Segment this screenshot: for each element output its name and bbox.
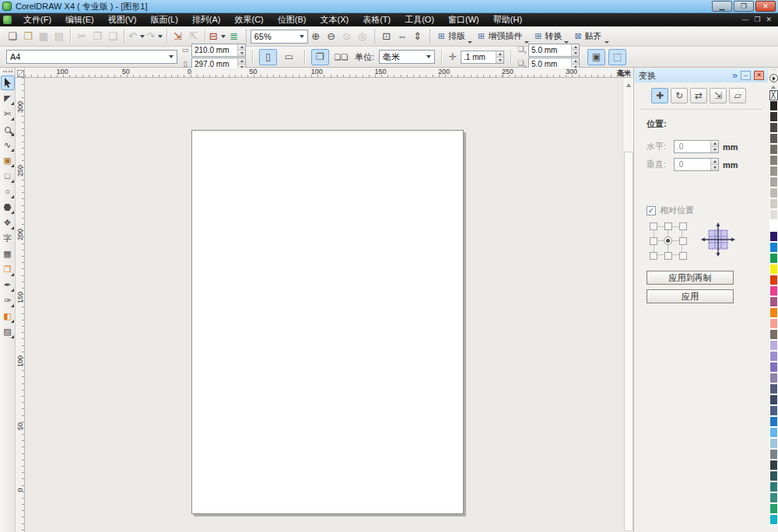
- anchor-checkbox[interactable]: [664, 222, 672, 230]
- zoom-tool[interactable]: [1, 122, 15, 137]
- color-swatch[interactable]: [769, 187, 778, 198]
- basic-shapes-tool[interactable]: ❖: [1, 215, 15, 230]
- landscape-button[interactable]: ▭: [280, 49, 298, 65]
- color-swatch[interactable]: [769, 100, 778, 111]
- fill-tool[interactable]: ◧: [1, 309, 15, 324]
- polygon-tool[interactable]: [1, 200, 15, 215]
- menubar-item[interactable]: 帮助(H): [486, 13, 529, 26]
- zoom-level-combo[interactable]: 65%: [251, 30, 308, 44]
- menubar-item[interactable]: 效果(C): [228, 13, 271, 26]
- cut-button[interactable]: ✂: [74, 29, 89, 44]
- units-combo[interactable]: 毫米: [379, 50, 435, 64]
- color-swatch[interactable]: [769, 209, 778, 220]
- eyedropper-tool[interactable]: ✒: [1, 278, 15, 292]
- color-swatch[interactable]: [769, 405, 778, 416]
- menubar-item[interactable]: 版面(L): [143, 13, 184, 26]
- palette-scroll-up-button[interactable]: [769, 84, 778, 90]
- color-swatch[interactable]: [769, 514, 778, 525]
- all-pages-button[interactable]: ❐: [311, 49, 329, 65]
- redo-button[interactable]: ↷: [145, 29, 163, 44]
- snap-button-flyout[interactable]: [605, 41, 609, 44]
- zoom-width-button[interactable]: ⇔: [394, 29, 410, 44]
- color-swatch[interactable]: [769, 481, 778, 492]
- outline-tool[interactable]: ✑: [1, 293, 15, 308]
- color-swatch[interactable]: [769, 307, 778, 318]
- smart-fill-tool[interactable]: ▣: [1, 153, 15, 168]
- color-swatch[interactable]: [769, 438, 778, 449]
- zoom-in-button[interactable]: ⊕: [308, 29, 324, 44]
- menubar-item[interactable]: 文本(X): [313, 13, 356, 26]
- color-swatch[interactable]: [769, 351, 778, 362]
- nudge-offset-field[interactable]: .1 mm: [461, 51, 504, 64]
- color-swatch[interactable]: [769, 394, 778, 405]
- undo-button[interactable]: ↶: [128, 29, 145, 44]
- color-swatch[interactable]: [769, 231, 778, 242]
- snap-button[interactable]: ⊠贴齐: [570, 29, 605, 44]
- interactive-fill-tool[interactable]: ▨: [1, 324, 15, 339]
- color-swatch[interactable]: [769, 144, 778, 155]
- anchor-checkbox[interactable]: [650, 237, 657, 245]
- ruler-origin-icon[interactable]: [16, 68, 25, 78]
- color-swatch[interactable]: [769, 373, 778, 383]
- color-swatch[interactable]: [769, 449, 778, 460]
- anchor-checkbox[interactable]: [679, 222, 687, 230]
- color-swatch[interactable]: [769, 285, 778, 296]
- relative-position-checkbox[interactable]: ✓: [647, 206, 656, 215]
- docker-minimize-button[interactable]: –: [741, 71, 751, 80]
- typesetting-button[interactable]: ⊞排版: [434, 29, 469, 44]
- anchor-checkbox[interactable]: [650, 222, 657, 230]
- plugins-button[interactable]: ⊞增强插件: [474, 29, 526, 44]
- typesetting-button-flyout[interactable]: [468, 41, 472, 44]
- docker-collapse-chevron[interactable]: »: [732, 70, 738, 81]
- crop-tool[interactable]: ✄: [1, 107, 15, 121]
- color-swatch[interactable]: [769, 318, 778, 329]
- marquee-select-button[interactable]: ⬚: [608, 49, 626, 65]
- color-swatch[interactable]: [769, 155, 778, 166]
- transform-rotate-button[interactable]: ↻: [671, 88, 688, 103]
- color-swatch[interactable]: [769, 122, 778, 133]
- color-swatch[interactable]: [769, 253, 778, 264]
- apply-to-duplicate-button[interactable]: 应用到再制: [647, 271, 734, 285]
- close-button[interactable]: ✕: [755, 1, 776, 12]
- zoom-all-button[interactable]: ◎: [355, 29, 370, 44]
- doc-restore-button[interactable]: ❐: [754, 16, 760, 23]
- current-page-button[interactable]: ❏❏: [332, 49, 350, 65]
- anchor-checkbox[interactable]: [679, 252, 687, 260]
- freehand-tool[interactable]: ∿: [1, 138, 15, 152]
- anchor-checkbox[interactable]: [650, 252, 657, 260]
- export-button[interactable]: ⇱: [186, 29, 202, 44]
- color-swatch[interactable]: [769, 111, 778, 122]
- doc-close-button[interactable]: ✕: [766, 16, 772, 23]
- color-swatch[interactable]: [769, 220, 778, 231]
- color-swatch[interactable]: [769, 198, 778, 209]
- menubar-item[interactable]: 视图(V): [101, 13, 144, 26]
- color-swatch[interactable]: [769, 492, 778, 503]
- color-swatch[interactable]: [769, 362, 778, 373]
- convert-button[interactable]: ⊞转换: [531, 29, 566, 44]
- palette-flyout-button[interactable]: [769, 74, 778, 82]
- color-swatch[interactable]: [769, 471, 778, 481]
- new-button[interactable]: ❏: [5, 29, 20, 44]
- color-swatch[interactable]: [769, 296, 778, 307]
- text-tool[interactable]: 字: [1, 231, 15, 246]
- transform-size-button[interactable]: ⇲: [710, 88, 727, 103]
- vertical-field[interactable]: .0: [674, 158, 719, 171]
- print-button[interactable]: ▤: [51, 29, 67, 44]
- color-swatch[interactable]: [769, 177, 778, 187]
- horizontal-ruler[interactable]: 毫米 10050050100150200250300: [25, 68, 633, 78]
- portrait-button[interactable]: ▯: [259, 49, 277, 65]
- anchor-checkbox[interactable]: [679, 237, 687, 245]
- scrollbar-thumb[interactable]: [624, 152, 633, 531]
- menubar-item[interactable]: 表格(T): [356, 13, 398, 26]
- color-swatch[interactable]: [769, 340, 778, 351]
- document-page[interactable]: [191, 130, 464, 514]
- zoom-out-button[interactable]: ⊖: [324, 29, 339, 44]
- toolbox-grip[interactable]: [3, 71, 12, 72]
- color-swatch[interactable]: [769, 275, 778, 285]
- blend-tool[interactable]: ❐: [1, 262, 15, 277]
- open-button[interactable]: ❒: [20, 29, 36, 44]
- color-swatch[interactable]: [769, 133, 778, 144]
- paste-button[interactable]: ❑: [105, 29, 121, 44]
- color-swatch[interactable]: [769, 416, 778, 427]
- horizontal-field[interactable]: .0: [674, 140, 719, 153]
